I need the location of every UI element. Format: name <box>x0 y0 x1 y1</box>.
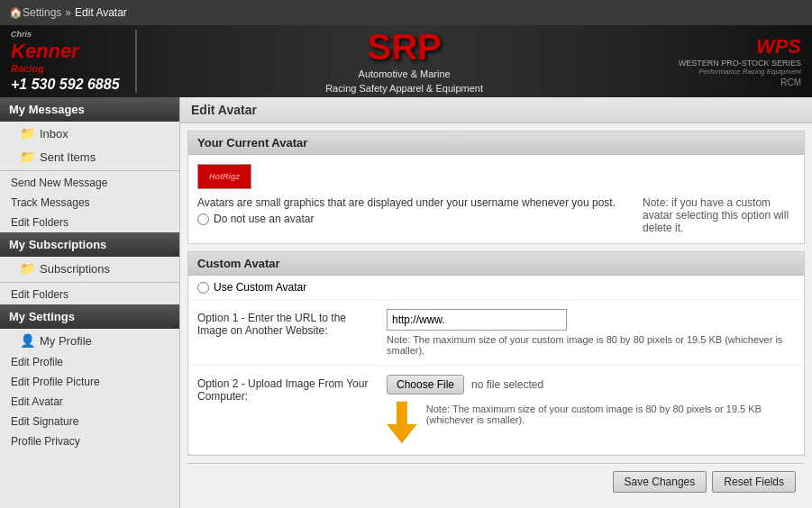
no-avatar-note: Note: if you have a custom avatar select… <box>643 196 795 234</box>
no-avatar-radio[interactable] <box>197 213 209 225</box>
sidebar-item-edit-profile-picture[interactable]: Edit Profile Picture <box>0 372 179 392</box>
arrow-indicator <box>387 400 417 445</box>
main-layout: My Messages 📁 Inbox 📁 Sent Items Send Ne… <box>0 97 812 508</box>
settings-link[interactable]: Settings <box>23 6 61 19</box>
option2-note: Note: The maximum size of your custom im… <box>426 404 795 425</box>
sidebar-item-track-messages[interactable]: Track Messages <box>0 193 179 213</box>
breadcrumb: 🏠 Settings » Edit Avatar <box>0 0 812 25</box>
no-file-text: no file selected <box>471 378 543 391</box>
banner-center: SRP Automotive & Marine Racing Safety Ap… <box>141 27 668 95</box>
sidebar-section-my-messages: My Messages <box>0 97 179 122</box>
sidebar-item-sent-items[interactable]: 📁 Sent Items <box>0 145 179 168</box>
choose-file-button[interactable]: Choose File <box>387 375 464 395</box>
breadcrumb-separator: » <box>65 6 71 19</box>
banner-right-logo: WPS WESTERN PRO-STOCK SERIES Performance… <box>668 28 812 95</box>
svg-marker-1 <box>387 424 417 443</box>
content-area: Edit Avatar Your Current Avatar HotRigz … <box>180 97 812 508</box>
current-page-label: Edit Avatar <box>75 6 127 19</box>
option2-label: Option 2 - Upload Image From Your Comput… <box>197 375 378 403</box>
banner-left-logo: Chris Kenner Racing +1 530 592 6885 <box>0 25 131 97</box>
use-custom-row: Use Custom Avatar <box>188 276 804 300</box>
reset-fields-button[interactable]: Reset Fields <box>712 471 796 493</box>
sidebar-item-profile-privacy[interactable]: Profile Privacy <box>0 431 179 451</box>
option2-row: Option 2 - Upload Image From Your Comput… <box>188 366 804 455</box>
folder-icon-subscriptions: 📁 <box>20 261 35 276</box>
sidebar-item-edit-avatar[interactable]: Edit Avatar <box>0 392 179 412</box>
url-input[interactable] <box>387 309 567 331</box>
content-header: Edit Avatar <box>180 97 812 123</box>
user-icon: 👤 <box>20 333 35 348</box>
use-custom-radio[interactable] <box>197 282 209 294</box>
folder-icon: 📁 <box>20 126 35 141</box>
folder-icon-sent: 📁 <box>20 150 35 164</box>
current-avatar-image: HotRigz <box>197 164 251 189</box>
content-footer: Save Changes Reset Fields <box>187 463 805 500</box>
sidebar-item-send-new-message[interactable]: Send New Message <box>0 173 179 193</box>
sidebar-item-edit-folders-subscriptions[interactable]: Edit Folders <box>0 285 179 304</box>
save-changes-button[interactable]: Save Changes <box>613 471 707 493</box>
sidebar: My Messages 📁 Inbox 📁 Sent Items Send Ne… <box>0 97 180 508</box>
custom-avatar-header: Custom Avatar <box>188 252 804 276</box>
home-icon: 🏠 <box>9 6 23 19</box>
sidebar-item-edit-signature[interactable]: Edit Signature <box>0 412 179 431</box>
sidebar-item-edit-profile[interactable]: Edit Profile <box>0 352 179 372</box>
current-avatar-section: Your Current Avatar HotRigz Avatars are … <box>187 131 805 244</box>
option1-note: Note: The maximum size of your custom im… <box>387 334 795 356</box>
no-avatar-label: Do not use an avatar <box>214 213 314 225</box>
avatar-description: Avatars are small graphics that are disp… <box>197 196 616 209</box>
sidebar-item-inbox[interactable]: 📁 Inbox <box>0 122 179 145</box>
option1-row: Option 1 - Enter the URL to the Image on… <box>188 300 804 366</box>
current-avatar-header: Your Current Avatar <box>188 132 804 155</box>
sidebar-section-my-settings: My Settings <box>0 304 179 329</box>
banner: Chris Kenner Racing +1 530 592 6885 SRP … <box>0 25 812 97</box>
option1-label: Option 1 - Enter the URL to the Image on… <box>197 309 378 337</box>
svg-rect-0 <box>397 402 407 424</box>
use-custom-label: Use Custom Avatar <box>214 281 306 294</box>
sidebar-item-my-profile[interactable]: 👤 My Profile <box>0 329 179 352</box>
sidebar-section-my-subscriptions: My Subscriptions <box>0 232 179 257</box>
no-avatar-row: Do not use an avatar <box>197 213 616 225</box>
sidebar-item-edit-folders-messages[interactable]: Edit Folders <box>0 213 179 232</box>
custom-avatar-section: Custom Avatar Use Custom Avatar Option 1… <box>187 251 805 456</box>
sidebar-item-subscriptions[interactable]: 📁 Subscriptions <box>0 257 179 280</box>
